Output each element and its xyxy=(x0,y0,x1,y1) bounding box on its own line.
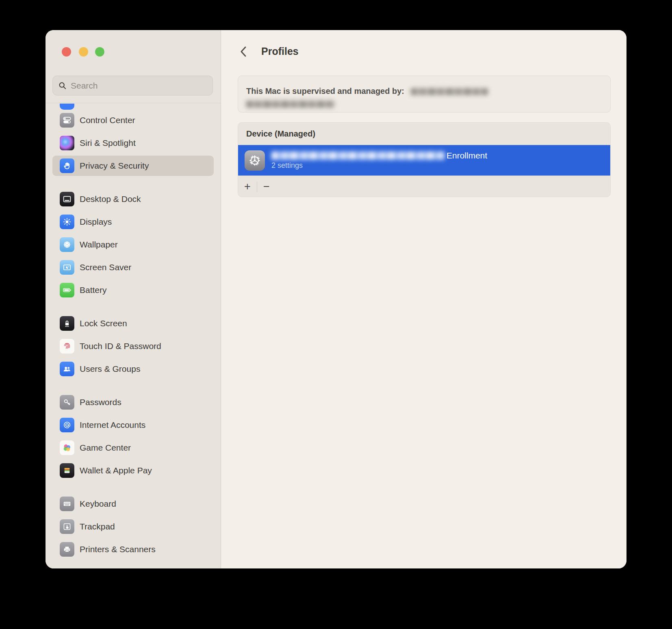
search-input[interactable]: Search xyxy=(52,76,213,95)
privacy-security-icon xyxy=(60,158,74,173)
wallet-icon xyxy=(60,463,74,478)
content-pane: Profiles This Mac is supervised and mana… xyxy=(221,30,626,568)
add-profile-button[interactable]: + xyxy=(238,176,257,197)
passwords-icon xyxy=(60,395,74,410)
sidebar-item-siri-spotlight[interactable]: Siri & Spotlight xyxy=(52,133,214,153)
sidebar-item-label: Battery xyxy=(80,285,107,295)
sidebar-item-label: Game Center xyxy=(80,443,131,453)
redacted-profile-name xyxy=(271,152,445,160)
profiles-toolbar: + − xyxy=(238,176,610,197)
managed-notice: This Mac is supervised and managed by: xyxy=(238,76,611,113)
profile-title: Enrollment xyxy=(271,151,487,161)
managed-notice-text: This Mac is supervised and managed by: xyxy=(246,87,404,95)
back-button[interactable] xyxy=(237,45,249,59)
system-settings-window: Search Control Center Siri & Spotlight P… xyxy=(46,30,626,568)
displays-icon xyxy=(60,215,74,229)
profiles-list: Device (Managed) Enrollment 2 settings +… xyxy=(238,122,611,197)
keyboard-icon xyxy=(60,497,74,511)
close-button[interactable] xyxy=(62,47,71,56)
search-placeholder: Search xyxy=(71,81,98,91)
sidebar-item-label: Displays xyxy=(80,217,112,227)
sidebar-item-label: Users & Groups xyxy=(80,364,140,374)
profile-name-suffix: Enrollment xyxy=(447,151,487,161)
sidebar-item-desktop-dock[interactable]: Desktop & Dock xyxy=(52,189,214,209)
sidebar-item-label: Passwords xyxy=(80,397,121,407)
remove-profile-button[interactable]: − xyxy=(257,176,276,197)
sidebar-item-passwords[interactable]: Passwords xyxy=(52,392,214,412)
screen-saver-icon xyxy=(60,260,74,275)
profiles-section-header: Device (Managed) xyxy=(238,123,610,145)
sidebar-item-label: Control Center xyxy=(80,115,135,125)
sidebar-item-lock-screen[interactable]: Lock Screen xyxy=(52,313,214,334)
sidebar-item-wallet-apple-pay[interactable]: Wallet & Apple Pay xyxy=(52,460,214,481)
profile-row-enrollment[interactable]: Enrollment 2 settings xyxy=(238,145,610,176)
sidebar-item-game-center[interactable]: Game Center xyxy=(52,438,214,458)
sidebar-item-label: Lock Screen xyxy=(80,319,127,328)
sidebar-item-wallpaper[interactable]: Wallpaper xyxy=(52,234,214,255)
sidebar-item-label: Screen Saver xyxy=(80,262,131,272)
sidebar-item-label: Siri & Spotlight xyxy=(80,138,136,148)
sidebar-item-control-center[interactable]: Control Center xyxy=(52,110,214,130)
wallpaper-icon xyxy=(60,237,74,252)
profile-text: Enrollment 2 settings xyxy=(271,151,487,170)
redacted-organization-name-line2 xyxy=(246,101,335,108)
sidebar-item-keyboard[interactable]: Keyboard xyxy=(52,494,214,514)
desktop-dock-icon xyxy=(60,192,74,206)
sidebar-item-label: Trackpad xyxy=(80,522,115,531)
printers-scanners-icon xyxy=(60,542,74,557)
sidebar-item-battery[interactable]: Battery xyxy=(52,280,214,300)
sidebar-item-trackpad[interactable]: Trackpad xyxy=(52,516,214,537)
users-groups-icon xyxy=(60,362,74,376)
sidebar-item-internet-accounts[interactable]: Internet Accounts xyxy=(52,415,214,435)
search-icon xyxy=(59,82,67,90)
page-title: Profiles xyxy=(261,46,299,57)
sidebar-item-touch-id-password[interactable]: Touch ID & Password xyxy=(52,336,214,356)
siri-icon xyxy=(60,136,74,150)
partially-scrolled-icon xyxy=(60,104,74,110)
sidebar-item-label: Wallet & Apple Pay xyxy=(80,466,152,475)
sidebar-item-label: Internet Accounts xyxy=(80,420,145,430)
control-center-icon xyxy=(60,113,74,128)
chevron-left-icon xyxy=(240,46,247,57)
sidebar-divider xyxy=(46,103,221,103)
sidebar-item-label: Keyboard xyxy=(80,499,116,509)
zoom-button[interactable] xyxy=(95,47,104,56)
sidebar-item-privacy-security[interactable]: Privacy & Security xyxy=(52,156,214,176)
profile-subtitle: 2 settings xyxy=(271,161,487,170)
game-center-icon xyxy=(60,440,74,455)
sidebar-item-displays[interactable]: Displays xyxy=(52,212,214,232)
sidebar-item-printers-scanners[interactable]: Printers & Scanners xyxy=(52,539,214,560)
sidebar-item-label: Printers & Scanners xyxy=(80,544,156,554)
touch-id-icon xyxy=(60,339,74,354)
sidebar-item-label: Privacy & Security xyxy=(80,161,149,171)
minimize-button[interactable] xyxy=(79,47,88,56)
profile-gear-icon xyxy=(245,150,265,171)
battery-icon xyxy=(60,283,74,297)
sidebar-item-users-groups[interactable]: Users & Groups xyxy=(52,359,214,379)
sidebar: Search Control Center Siri & Spotlight P… xyxy=(46,30,221,568)
sidebar-item-label: Wallpaper xyxy=(80,240,118,249)
lock-screen-icon xyxy=(60,316,74,331)
internet-accounts-icon xyxy=(60,418,74,432)
sidebar-item-label: Desktop & Dock xyxy=(80,194,141,204)
sidebar-item-label: Touch ID & Password xyxy=(80,341,161,351)
redacted-organization-name xyxy=(411,88,488,95)
sidebar-item-screen-saver[interactable]: Screen Saver xyxy=(52,257,214,278)
trackpad-icon xyxy=(60,519,74,534)
